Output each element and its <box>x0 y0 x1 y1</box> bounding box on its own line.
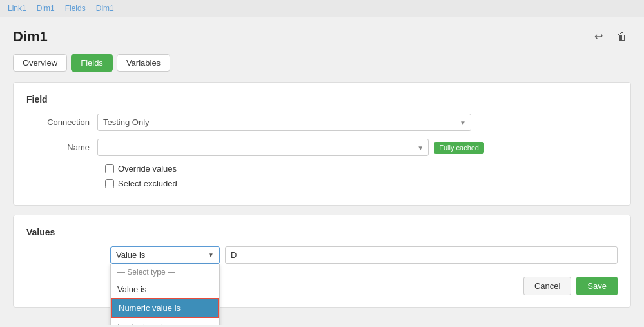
topbar-link-3[interactable]: Fields <box>65 4 86 13</box>
name-select-wrapper: ▼ <box>97 139 429 156</box>
back-button[interactable]: ↩ <box>590 28 607 45</box>
dropdown-arrow-icon: ▼ <box>208 252 214 259</box>
topbar-link-1[interactable]: Link1 <box>8 4 26 13</box>
dropdown-selected-label: Value is <box>116 250 145 260</box>
value-type-dropdown-container: Value is ▼ — Select type — Value is Nume… <box>110 246 220 264</box>
connection-select[interactable]: Testing Only <box>97 114 471 131</box>
top-bar: Link1 Dim1 Fields Dim1 <box>0 0 644 17</box>
tab-fields[interactable]: Fields <box>71 54 113 72</box>
select-excluded-checkbox[interactable] <box>105 179 114 188</box>
page-actions: ↩ 🗑 <box>590 28 631 45</box>
dropdown-item-numeric-value-is[interactable]: Numeric value is <box>111 298 219 318</box>
select-excluded-row: Select excluded <box>105 179 618 188</box>
dropdown-item-evaluate-value[interactable]: Evaluate value <box>111 318 219 325</box>
override-values-row: Override values <box>105 164 618 173</box>
select-excluded-label[interactable]: Select excluded <box>118 179 177 188</box>
dropdown-item-separator: — Select type — <box>111 264 219 281</box>
cancel-button[interactable]: Cancel <box>523 277 571 295</box>
value-input[interactable] <box>225 246 618 264</box>
connection-select-wrapper: Testing Only ▼ <box>97 114 471 131</box>
name-label: Name <box>26 143 97 152</box>
fully-cached-badge: Fully cached <box>434 142 484 154</box>
page-title-row: Dim1 ↩ 🗑 <box>13 28 631 45</box>
save-button[interactable]: Save <box>576 277 618 295</box>
name-select[interactable] <box>97 139 429 156</box>
tab-overview[interactable]: Overview <box>13 54 67 72</box>
value-type-dropdown-menu: — Select type — Value is Numeric value i… <box>110 264 220 325</box>
connection-row: Connection Testing Only ▼ <box>26 114 618 131</box>
field-panel-title: Field <box>26 94 618 104</box>
page-title: Dim1 <box>13 28 48 45</box>
tab-variables[interactable]: Variables <box>117 54 170 72</box>
values-panel: Values Value is ▼ — Select type — Value … <box>13 215 631 308</box>
delete-button[interactable]: 🗑 <box>613 28 631 45</box>
main-content: Dim1 ↩ 🗑 Overview Fields Variables Field… <box>0 17 644 325</box>
values-panel-title: Values <box>26 227 618 237</box>
topbar-link-2[interactable]: Dim1 <box>37 4 55 13</box>
value-type-dropdown-trigger[interactable]: Value is ▼ <box>110 246 220 264</box>
dropdown-item-value-is[interactable]: Value is <box>111 281 219 298</box>
values-row: Value is ▼ — Select type — Value is Nume… <box>110 246 618 264</box>
connection-label: Connection <box>26 117 97 127</box>
name-row: Name ▼ Fully cached <box>26 139 618 156</box>
field-panel: Field Connection Testing Only ▼ Name ▼ <box>13 82 631 206</box>
topbar-link-4[interactable]: Dim1 <box>96 4 114 13</box>
override-values-label[interactable]: Override values <box>118 164 177 173</box>
tabs-row: Overview Fields Variables <box>13 54 631 72</box>
override-values-checkbox[interactable] <box>105 164 114 173</box>
